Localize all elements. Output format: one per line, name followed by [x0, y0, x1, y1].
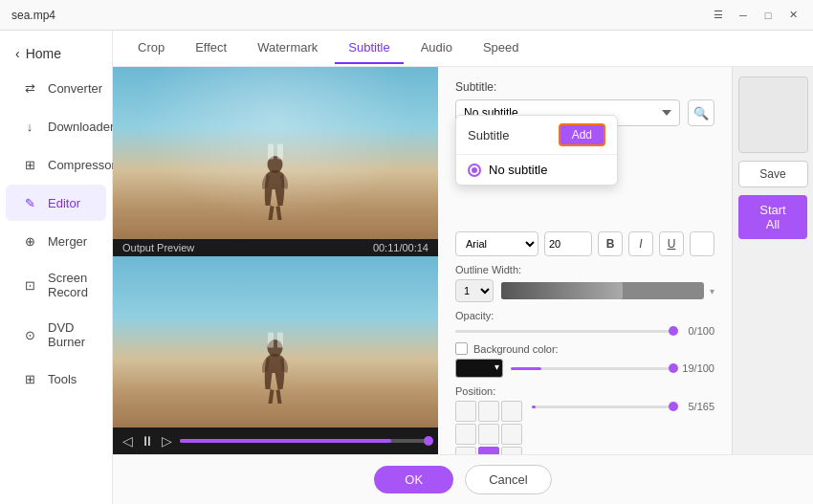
save-btn[interactable]: Save — [738, 161, 808, 187]
back-home[interactable]: ‹ Home — [0, 38, 112, 69]
pos-cell-br[interactable] — [501, 447, 522, 454]
tab-crop[interactable]: Crop — [124, 33, 178, 64]
play-pause-btn[interactable]: ⏸ — [141, 433, 154, 449]
svg-rect-5 — [277, 333, 283, 348]
far-right-panel: Save Start All — [732, 67, 813, 454]
window-title: sea.mp4 — [11, 9, 55, 22]
opacity-label: Opacity: — [455, 310, 714, 321]
close-btn[interactable]: ✕ — [784, 7, 802, 24]
sidebar-item-merger[interactable]: ⊕ Merger — [6, 223, 106, 259]
cancel-btn[interactable]: Cancel — [465, 465, 551, 494]
bg-color-swatch[interactable] — [455, 359, 503, 378]
bg-color-label: Background color: — [473, 343, 559, 355]
bg-color-slider-row: 19/100 — [455, 359, 714, 378]
window-controls: ☰ ─ □ ✕ — [710, 7, 802, 24]
video-preview-bottom — [113, 256, 438, 428]
tab-speed[interactable]: Speed — [470, 33, 533, 64]
position-fill — [532, 405, 536, 408]
sidebar-item-screen-record[interactable]: ⊡ Screen Record — [6, 261, 106, 309]
position-slider-track[interactable] — [532, 405, 673, 408]
opacity-slider-track[interactable] — [455, 330, 673, 333]
opacity-value: 0/100 — [681, 325, 714, 337]
font-color-picker[interactable] — [690, 231, 714, 256]
bg-color-checkbox[interactable] — [455, 342, 468, 355]
pos-cell-mr[interactable] — [501, 424, 522, 445]
start-all-btn[interactable]: Start All — [738, 195, 807, 239]
video-preview-top — [113, 67, 438, 239]
output-label-bar: Output Preview 00:11/00:14 — [113, 239, 438, 256]
sidebar-item-converter[interactable]: ⇄ Converter — [6, 70, 106, 106]
sidebar-item-downloader[interactable]: ↓ Downloader — [6, 108, 106, 144]
pos-cell-bl[interactable] — [455, 447, 476, 454]
pos-cell-tc[interactable] — [478, 401, 499, 422]
output-label-text: Output Preview — [122, 242, 194, 253]
downloader-icon: ↓ — [21, 118, 38, 135]
video-panel: Output Preview 00:11/00:14 — [113, 67, 438, 454]
dropdown-item-no-subtitle[interactable]: No subtitle — [456, 155, 617, 185]
sidebar-item-tools[interactable]: ⊞ Tools — [6, 361, 106, 397]
bg-opacity-slider[interactable] — [511, 367, 673, 370]
converter-label: Converter — [48, 81, 102, 96]
pos-cell-mc[interactable] — [478, 424, 499, 445]
tools-icon: ⊞ — [21, 370, 38, 387]
menu-btn[interactable]: ☰ — [710, 7, 727, 24]
outline-width-select[interactable]: 1 — [455, 279, 494, 302]
font-size-input[interactable] — [544, 231, 592, 256]
compressor-label: Compressor — [48, 158, 116, 172]
opacity-slider-row: 0/100 — [455, 325, 714, 337]
sidebar-item-dvd-burner[interactable]: ⊙ DVD Burner — [6, 311, 106, 359]
compressor-icon: ⊞ — [21, 156, 38, 173]
italic-btn[interactable]: I — [628, 231, 653, 256]
sidebar-item-compressor[interactable]: ⊞ Compressor — [6, 146, 106, 183]
dropdown-header-label: Subtitle — [468, 128, 509, 142]
far-right-preview-box — [738, 77, 808, 153]
video-controls: ◁ ⏸ ▷ — [113, 427, 438, 454]
tab-audio[interactable]: Audio — [407, 33, 466, 64]
subtitle-dropdown-popup: Subtitle Add No subtitle — [455, 115, 618, 186]
merger-label: Merger — [48, 234, 87, 249]
merger-icon: ⊕ — [21, 232, 38, 250]
sidebar-item-editor[interactable]: ✎ Editor — [6, 185, 106, 221]
ok-btn[interactable]: OK — [374, 466, 453, 493]
pos-cell-bc[interactable] — [478, 447, 499, 454]
bold-btn[interactable]: B — [598, 231, 623, 256]
subtitle-search-btn[interactable]: 🔍 — [688, 99, 714, 126]
position-slider-area: 5/165 — [532, 401, 714, 418]
bg-opacity-fill — [511, 367, 541, 370]
editor-area: Output Preview 00:11/00:14 — [113, 67, 813, 454]
prev-frame-btn[interactable]: ◁ — [122, 433, 133, 449]
add-subtitle-btn[interactable]: Add — [559, 123, 605, 146]
maximize-btn[interactable]: □ — [759, 7, 777, 24]
subtitle-label: Subtitle: — [455, 80, 714, 94]
pos-cell-ml[interactable] — [455, 424, 476, 445]
screen-record-label: Screen Record — [48, 271, 91, 299]
main-layout: ‹ Home ⇄ Converter ↓ Downloader ⊞ Compre… — [0, 31, 813, 504]
bg-opacity-value: 19/100 — [681, 362, 714, 374]
bg-opacity-thumb — [669, 363, 678, 373]
font-select[interactable]: Arial — [455, 231, 538, 256]
pos-cell-tl[interactable] — [455, 401, 476, 422]
progress-fill — [180, 439, 391, 443]
tab-subtitle[interactable]: Subtitle — [335, 33, 403, 64]
tools-label: Tools — [48, 372, 77, 386]
outline-width-row: 1 ▾ — [455, 279, 714, 302]
position-grid — [455, 401, 522, 454]
editor-icon: ✎ — [21, 194, 38, 211]
dvd-icon: ⊙ — [21, 326, 38, 343]
pos-cell-tr[interactable] — [501, 401, 522, 422]
progress-bar[interactable] — [180, 439, 428, 443]
tab-bar: Crop Effect Watermark Subtitle Audio Spe… — [113, 31, 813, 67]
position-thumb — [669, 402, 678, 411]
next-frame-btn[interactable]: ▷ — [162, 433, 172, 449]
dropdown-header: Subtitle Add — [456, 116, 617, 155]
content-area: Crop Effect Watermark Subtitle Audio Spe… — [113, 31, 813, 504]
underline-btn[interactable]: U — [659, 231, 684, 256]
sidebar: ‹ Home ⇄ Converter ↓ Downloader ⊞ Compre… — [0, 31, 113, 504]
tab-effect[interactable]: Effect — [182, 33, 240, 64]
pause-icon-overlay — [262, 138, 289, 167]
radio-no-subtitle — [468, 164, 481, 177]
tab-watermark[interactable]: Watermark — [244, 33, 331, 64]
downloader-label: Downloader — [48, 120, 114, 134]
titlebar: sea.mp4 ☰ ─ □ ✕ — [0, 0, 813, 31]
minimize-btn[interactable]: ─ — [735, 7, 752, 24]
